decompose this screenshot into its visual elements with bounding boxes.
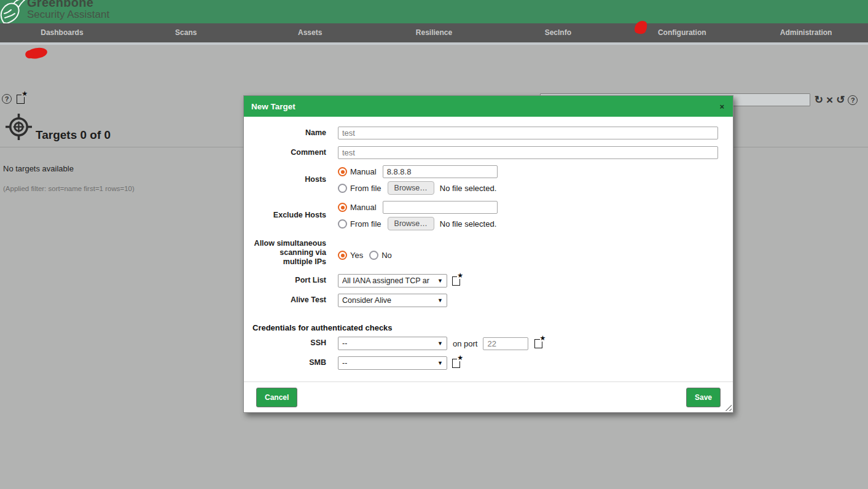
alive-test-label: Alive Test — [252, 294, 326, 305]
name-label: Name — [252, 127, 326, 138]
new-target-dialog: New Target × Name Comment Hosts Manual — [243, 95, 733, 413]
dialog-header[interactable]: New Target × — [244, 96, 733, 117]
allow-simultaneous-label: Allow simultaneous scanning via multiple… — [252, 237, 326, 267]
hosts-browse-button[interactable]: Browse… — [388, 181, 434, 195]
exclude-hosts-from-file-label: From file — [350, 219, 381, 229]
nav-item-resilience[interactable]: Resilience — [372, 23, 496, 42]
save-button[interactable]: Save — [686, 388, 721, 407]
help-icon[interactable]: ? — [2, 94, 12, 104]
target-icon — [5, 113, 33, 141]
allow-simultaneous-no-radio[interactable] — [369, 251, 378, 260]
smb-label: SMB — [252, 356, 326, 367]
hosts-manual-radio[interactable] — [338, 167, 347, 176]
hosts-from-file-radio[interactable] — [338, 184, 347, 193]
exclude-hosts-manual-label: Manual — [350, 203, 377, 212]
comment-field[interactable] — [338, 146, 718, 159]
star-icon: ★ — [22, 90, 28, 97]
exclude-hosts-from-file-radio[interactable] — [338, 219, 347, 229]
hosts-manual-input[interactable] — [383, 165, 498, 178]
hosts-manual-label: Manual — [350, 167, 377, 176]
hosts-label: Hosts — [252, 165, 326, 184]
exclude-hosts-browse-button[interactable]: Browse… — [388, 217, 434, 230]
ssh-port-input[interactable] — [483, 337, 528, 350]
ssh-on-port-label: on port — [453, 339, 477, 348]
brand-line2: Security Assistant — [27, 9, 109, 20]
page-title: Targets 0 of 0 — [36, 128, 111, 142]
refresh-filter-icon[interactable]: ↻ — [815, 95, 823, 105]
nav-item-dashboards[interactable]: Dashboards — [0, 23, 124, 42]
dialog-body: Name Comment Hosts Manual From file Brow… — [244, 117, 733, 381]
ssh-label: SSH — [252, 337, 326, 348]
allow-simultaneous-no-label: No — [381, 251, 392, 260]
port-list-select[interactable]: All IANA assigned TCP ar ▼ — [338, 274, 447, 288]
filter-icons: ↻ × ↺ ? — [815, 94, 858, 106]
exclude-hosts-manual-radio[interactable] — [338, 203, 347, 212]
nav-item-secinfo[interactable]: SecInfo — [496, 23, 620, 42]
filter-help-icon[interactable]: ? — [848, 95, 858, 105]
allow-simultaneous-yes-label: Yes — [350, 251, 363, 260]
chevron-down-icon: ▼ — [437, 340, 443, 346]
exclude-hosts-label: Exclude Hosts — [252, 201, 326, 220]
brand: Greenbone Security Assistant — [27, 0, 109, 20]
nav-item-assets[interactable]: Assets — [248, 23, 372, 42]
applied-filter-note: (Applied filter: sort=name first=1 rows=… — [3, 185, 135, 192]
delete-filter-icon[interactable]: × — [826, 94, 833, 106]
exclude-hosts-manual-input[interactable] — [383, 201, 498, 214]
new-ssh-credential-icon[interactable]: ★ — [534, 339, 542, 348]
chevron-down-icon: ▼ — [437, 360, 443, 366]
chevron-down-icon: ▼ — [437, 297, 443, 303]
credentials-heading: Credentials for authenticated checks — [252, 323, 721, 332]
greenbone-logo — [0, 0, 26, 25]
reset-filter-icon[interactable]: ↺ — [836, 95, 845, 105]
cancel-button[interactable]: Cancel — [256, 388, 297, 407]
hosts-no-file-text: No file selected. — [440, 184, 497, 193]
allow-simultaneous-yes-radio[interactable] — [338, 251, 347, 260]
port-list-label: Port List — [252, 274, 326, 285]
new-smb-credential-icon[interactable]: ★ — [452, 359, 460, 368]
new-target-icon[interactable]: ★ — [17, 95, 25, 104]
main-nav: Dashboards Scans Assets Resilience SecIn… — [0, 23, 868, 42]
empty-message: No targets available — [3, 164, 74, 173]
top-bar: Greenbone Security Assistant — [0, 0, 868, 23]
nav-item-administration[interactable]: Administration — [744, 23, 868, 42]
nav-item-scans[interactable]: Scans — [124, 23, 248, 42]
smb-credential-select[interactable]: -- ▼ — [338, 356, 447, 370]
close-icon[interactable]: × — [718, 102, 725, 111]
exclude-hosts-no-file-text: No file selected. — [440, 219, 497, 229]
comment-label: Comment — [252, 146, 326, 157]
alive-test-select[interactable]: Consider Alive ▼ — [338, 294, 447, 307]
dialog-title: New Target — [251, 102, 718, 111]
ssh-credential-select[interactable]: -- ▼ — [338, 337, 447, 350]
brand-line1: Greenbone — [27, 0, 109, 9]
chevron-down-icon: ▼ — [437, 278, 443, 284]
page-toolbar: ? ★ — [2, 94, 25, 104]
hosts-from-file-label: From file — [350, 184, 381, 193]
name-field[interactable] — [338, 127, 718, 139]
new-port-list-icon[interactable]: ★ — [452, 276, 460, 286]
dialog-footer: Cancel Save — [244, 381, 733, 413]
